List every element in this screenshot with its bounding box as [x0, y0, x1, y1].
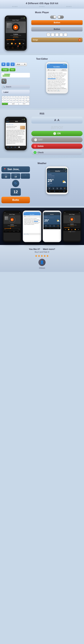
w-share-btn[interactable]: ⬆ [49, 190, 50, 192]
te-redo[interactable]: ↪ [54, 89, 56, 91]
key-s[interactable]: s [5, 98, 8, 100]
checkbox-1[interactable]: ✓ [47, 33, 50, 36]
checkbox-3[interactable] [55, 33, 59, 36]
italic-button[interactable]: I [6, 62, 10, 66]
forecast-mon: MON 12 [48, 187, 50, 189]
te-content[interactable]: Lorem ipsum dolor sit amet, consectetur … [47, 72, 67, 89]
key-o[interactable]: o [24, 96, 27, 98]
key-e[interactable]: e [7, 96, 10, 98]
label-button[interactable]: Label [1, 90, 30, 94]
music-player-section: Music Player MTS ●●● ▶ 🔋 Music Player [0, 8, 84, 54]
key-q[interactable]: q [2, 96, 4, 98]
nav-search[interactable]: ⊞ 3 Search [16, 46, 19, 48]
rss-up-btn[interactable]: ⬆ [14, 146, 16, 148]
key-c[interactable]: c [11, 100, 14, 102]
prev-button[interactable]: ⏮ [7, 43, 9, 44]
key-t[interactable]: t [13, 96, 15, 98]
key-z[interactable]: z [5, 100, 8, 102]
key-y[interactable]: y [16, 96, 18, 98]
nav-home[interactable]: ⌂ Home [7, 46, 9, 48]
count-badge: 12 [10, 188, 21, 196]
te-bold[interactable]: B [47, 69, 50, 71]
key-d[interactable]: d [8, 98, 11, 100]
cut-button[interactable]: Cut [9, 68, 15, 71]
nav-settings[interactable]: ⚙ Settings [22, 46, 24, 48]
key-space[interactable]: space [8, 103, 19, 105]
weather-back-btn[interactable]: Back [48, 170, 50, 172]
te-italic[interactable]: I [50, 69, 52, 71]
rewind-button[interactable]: ⏪ [11, 43, 13, 44]
key-i[interactable]: i [21, 96, 24, 98]
forward-button[interactable]: ⏩ [19, 43, 20, 44]
te-share[interactable]: ⬆ [47, 89, 50, 91]
nav-music[interactable]: ♪ Music [12, 46, 14, 48]
key-g[interactable]: g [14, 98, 17, 100]
refresh-button[interactable]: ↻ [12, 180, 19, 187]
on-toggle[interactable]: ON [31, 131, 83, 136]
key-n[interactable]: n [20, 100, 23, 102]
te-font[interactable]: Arial ▼ [61, 69, 67, 71]
rss-more-btn[interactable]: ⋯ [23, 146, 24, 148]
toggle-on[interactable] [50, 16, 56, 19]
key-return[interactable]: return [19, 103, 29, 105]
search-icon: 🔍 [3, 86, 5, 88]
checkbox-2[interactable] [51, 33, 54, 36]
key-f[interactable]: f [11, 98, 14, 100]
key-a[interactable]: a [2, 98, 5, 100]
w-settings-btn[interactable]: ⚙ [63, 190, 65, 192]
key-v[interactable]: v [14, 100, 17, 102]
key-p[interactable]: p [27, 96, 29, 98]
key-h[interactable]: h [17, 98, 20, 100]
w-home-btn[interactable]: ⌂ [59, 190, 60, 192]
font-select[interactable]: Arial ▼ [15, 62, 27, 66]
delete-button[interactable]: − Delete [31, 144, 83, 149]
te-tools2[interactable]: 🔧 [57, 89, 60, 91]
weather-orange-button[interactable]: Butto [1, 197, 30, 203]
te-undo[interactable]: ↩ [50, 89, 53, 91]
key-shift[interactable]: ⇧ [2, 100, 5, 102]
weather-header: Back Weather ⊕ [47, 170, 67, 172]
rss-refresh-btn[interactable]: A [24, 121, 25, 122]
weather-day-extra: 1 [21, 174, 30, 179]
play-button[interactable]: ▶ [13, 25, 18, 30]
music-controls: ⏮ ⏪ ▶ ⏩ ⏭ [5, 42, 26, 45]
key-l[interactable]: l [27, 98, 30, 100]
search-bar[interactable]: 🔍 Search [1, 85, 30, 89]
tools-button[interactable]: 🔧 [1, 78, 6, 84]
key-x[interactable]: x [8, 100, 11, 102]
rss-back-btn[interactable]: Back [6, 121, 9, 122]
play-pause-button[interactable]: ▶ [15, 42, 16, 44]
rss-title: RSS [0, 112, 84, 115]
key-w[interactable]: w [5, 96, 7, 98]
rss-like-btn[interactable]: ♥ [11, 146, 12, 148]
gray-button-widget[interactable]: Button [31, 27, 83, 32]
music-progress-area[interactable]: 3:45 5:20 [5, 38, 26, 42]
bold-button[interactable]: B [1, 62, 5, 66]
key-backspace[interactable]: ⌫ [27, 100, 30, 102]
checkbox-4[interactable] [59, 33, 63, 36]
rss-share-btn[interactable]: ⬆ [7, 146, 8, 148]
key-k[interactable]: k [24, 98, 26, 100]
toggle-off[interactable] [57, 16, 64, 19]
te-bottom-toolbar: ⬆ ↩ ↪ 🔧 [47, 89, 67, 92]
off-toggle[interactable]: OFF [31, 137, 83, 142]
check-button[interactable]: ✓ Check [31, 150, 83, 155]
checkbox-5[interactable] [64, 33, 67, 36]
weather-toggle[interactable]: ⊕ [65, 170, 66, 172]
te-underline[interactable]: U [53, 69, 55, 71]
font-size-widget[interactable]: A A [31, 117, 83, 124]
rss-content-area[interactable]: 10th, 2013 at 4:00 Lorem ipsum dolor sit… [5, 123, 26, 146]
copy-button[interactable]: Copy [1, 68, 9, 71]
key-j[interactable]: j [20, 98, 23, 100]
w-refresh-btn[interactable]: ↻ [54, 190, 55, 192]
showcase-phone-1: MTS●● Music Player ▶ Coldplay A Rush of … [3, 210, 21, 242]
underline-button[interactable]: U [10, 62, 15, 66]
key-b[interactable]: b [17, 100, 20, 102]
key-r[interactable]: r [10, 96, 13, 98]
rss-comment-btn[interactable]: 💬 [18, 146, 20, 148]
key-u[interactable]: u [18, 96, 21, 98]
orange-button-widget[interactable]: Button [31, 20, 83, 25]
key-m[interactable]: m [24, 100, 26, 102]
next-button[interactable]: ⏭ [23, 43, 24, 44]
key-check[interactable]: ✓ [2, 103, 8, 105]
